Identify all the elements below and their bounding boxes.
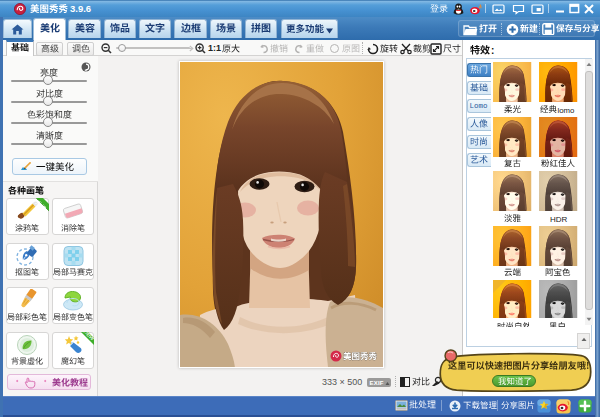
svg-text:lomo: lomo: [558, 105, 576, 114]
